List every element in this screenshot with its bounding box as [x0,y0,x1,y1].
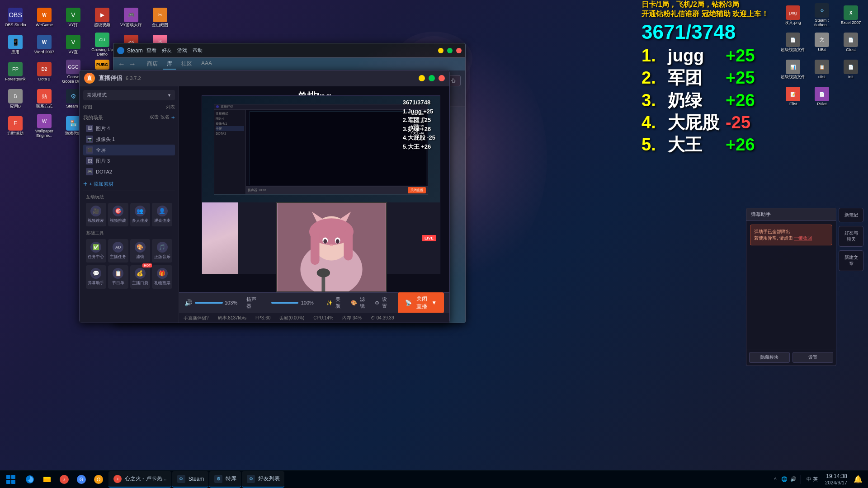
desktop-icon-dota2[interactable]: D2 Dota 2 [31,59,57,85]
desktop-icon-vy[interactable]: V VY打 [60,5,86,31]
steam-back-btn[interactable]: ← [118,60,125,68]
steam-close-btn[interactable] [456,48,462,53]
tool-video-link[interactable]: 🎥 视频连麦 [86,203,106,226]
add-icon: + [83,180,87,188]
new-article-btn[interactable]: 新建文章 [839,250,863,271]
tool-streamer-pocket[interactable]: HOT 💰 主播口袋 [130,265,151,289]
desktop-icon-vy2[interactable]: V VY直 [60,32,86,58]
steam-tab-aaa[interactable]: AAA [198,59,216,70]
desktop-icon-r4[interactable]: 📄 Gtest [838,29,864,56]
steam-maximize-btn[interactable] [447,48,453,53]
desktop-icon-excel[interactable]: X Excel 2007 [838,2,864,28]
system-clock[interactable]: 19:14:38 2024/9/17 [822,473,850,486]
tool-audience-link[interactable]: 👤 观众连麦 [152,203,172,226]
taskbar-app-music[interactable]: ♪ 心之火 - 卢卡热... [108,471,171,488]
scene-item-fullscreen[interactable]: ⬛ 全屏 [83,145,175,155]
taskbar-steam1-label: Steam [189,476,204,482]
stat-row-1: 1. jugg +25 [642,45,769,67]
taskbar-music-icon[interactable]: ♪ [56,471,72,488]
hide-module-btn[interactable]: 隐藏模块 [749,352,790,363]
new-note-btn[interactable]: 新笔记 [839,208,863,222]
steam-forward-btn[interactable]: → [129,60,136,68]
desktop-icon-wegame[interactable]: W WeGame [31,5,57,31]
panel-settings-btn[interactable]: 设置 [793,352,833,363]
scenes-add-btn[interactable]: + [171,114,175,121]
scene-item-image4[interactable]: 🖼 图片 4 [83,123,175,134]
taskbar-app-friends[interactable]: ⚙ 好友列表 [242,471,284,488]
desktop-icon-r7[interactable]: 📄 init [838,56,864,83]
settings-control[interactable]: ⚙ 设置 [375,296,389,310]
desktop-icon-r2[interactable]: 📄 超级视频文件 [780,29,806,56]
alert-link[interactable]: 一键收回 [794,235,812,240]
desktop-icon-wallpaper[interactable]: W Wallpaper Engine... [31,113,57,139]
steam-nav-help[interactable]: 帮助 [193,47,203,54]
desktop-icon-obs[interactable]: OBS OBS Studio [2,5,28,31]
streamer-task-label: 主播任务 [110,254,126,260]
scenes-rename-btn[interactable]: 改名 [160,114,170,121]
tool-gift-vote[interactable]: 🎁 礼物投票 [152,265,172,289]
steam-tab-library[interactable]: 库 [163,59,176,70]
desktop-icon-word[interactable]: W Word 2007 [31,32,57,58]
steam-minimize-btn[interactable] [438,48,443,53]
desktop-icon-growingup[interactable]: GU Growing Up Demo [89,32,115,58]
mode-selector[interactable]: 常规模式 ▼ [83,90,175,100]
desktop-icon-r8[interactable]: 📝 ITlist [780,84,806,110]
desktop-icon-vygame[interactable]: 🎮 VY游戏大厅 [118,5,144,31]
notification-btn[interactable]: 🔔 [850,471,866,488]
input-method-indicator[interactable]: 中 英 [805,476,820,483]
desktop: OBS OBS Studio W WeGame V VY打 ▶ 超级视频 🎮 V… [0,0,868,488]
volume-slider-1[interactable] [195,302,222,304]
scene-item-image3[interactable]: 🖼 图片 3 [83,155,175,166]
tool-video-challenge[interactable]: 🎯 视频挑战 [108,203,128,226]
tool-streamer-task[interactable]: AD 主播任务 [108,239,128,263]
tool-multi-link[interactable]: 👥 多人连麦 [130,203,151,226]
tool-playlist[interactable]: 📋 节目单 [108,265,128,289]
scenes-edit-btn[interactable]: 双击 [150,114,159,121]
taskbar-friends-icon: ⚙ [246,474,255,483]
tool-filter[interactable]: 🎨 滤镜 [130,239,151,263]
taskbar-edge-icon[interactable] [22,471,38,488]
desktop-icon-forestpunk[interactable]: FP Forestpunk [2,59,28,85]
steam-tab-store[interactable]: 商店 [143,59,161,70]
steam-tab-community[interactable]: 社区 [178,59,196,70]
desktop-icon-r3[interactable]: 文 UBit [809,29,835,56]
tool-danmaku[interactable]: 💬 弹幕助手 [86,265,106,289]
taskbar-app-steam1[interactable]: ⚙ Steam [172,471,209,488]
stat-row-5: 5. 大王 +26 [642,134,769,156]
steam-nav-friends[interactable]: 好友 [162,47,172,54]
taskbar-app-icon[interactable]: O [90,471,107,488]
scene-item-dota2[interactable]: 🎮 DOTA2 [83,166,175,177]
tray-expand-icon[interactable]: ^ [772,476,779,483]
list-view-btn[interactable]: 列表 [166,104,175,110]
tray-volume-icon[interactable]: 🔊 [790,476,797,483]
taskbar-browser-icon[interactable]: G [73,471,90,488]
chat-btn[interactable]: 好友与聊天 [839,226,863,247]
start-button[interactable] [2,471,20,488]
tray-network-icon[interactable]: 🌐 [781,476,788,483]
desktop-icon-screenshot[interactable]: ✂ 金山截图 [147,5,173,31]
taskbar-app-steam2[interactable]: ⚙ 特库 [209,471,241,488]
volume-slider-2[interactable] [271,302,298,304]
tool-music[interactable]: 🎵 正版音乐 [152,239,172,263]
steam-nav-view[interactable]: 查看 [146,47,156,54]
scene-item-camera1[interactable]: 📷 摄像头 1 [83,134,175,145]
desktop-icon-r6[interactable]: 📋 ulist [809,56,835,83]
desktop-icon-r9[interactable]: 📄 PAlet [809,84,835,110]
desktop-icon-r1[interactable]: png 收入.png [780,2,806,28]
desktop-icon-r5[interactable]: 📊 超级视频文件 [780,56,806,83]
desktop-icon-steam-auth[interactable]: ⚙ Steam : Authen... [809,2,835,28]
go-live-icon: 📡 [405,300,412,306]
desktop-icon-app-b[interactable]: B 应用B [2,86,28,112]
desktop-icon-app2-1[interactable]: 📱 应用 [2,32,28,58]
go-live-button[interactable]: 📡 关闭直播 ▼ [398,292,444,313]
stream-maximize-btn[interactable] [429,75,435,81]
desktop-icon-fangye[interactable]: F 方叶辅助 [2,113,28,139]
desktop-icon-video[interactable]: ▶ 超级视频 [89,5,115,31]
desktop-icon-tieba[interactable]: 贴 联系方式 [31,86,57,112]
stream-close-btn[interactable] [439,75,445,81]
taskbar-explorer-icon[interactable] [39,471,55,488]
tool-task-center[interactable]: ✅ 任务中心 [86,239,106,263]
stream-minimize-btn[interactable] [419,75,425,81]
add-source-btn[interactable]: + + 添加素材 [83,180,175,188]
steam-nav-games[interactable]: 游戏 [177,47,187,54]
